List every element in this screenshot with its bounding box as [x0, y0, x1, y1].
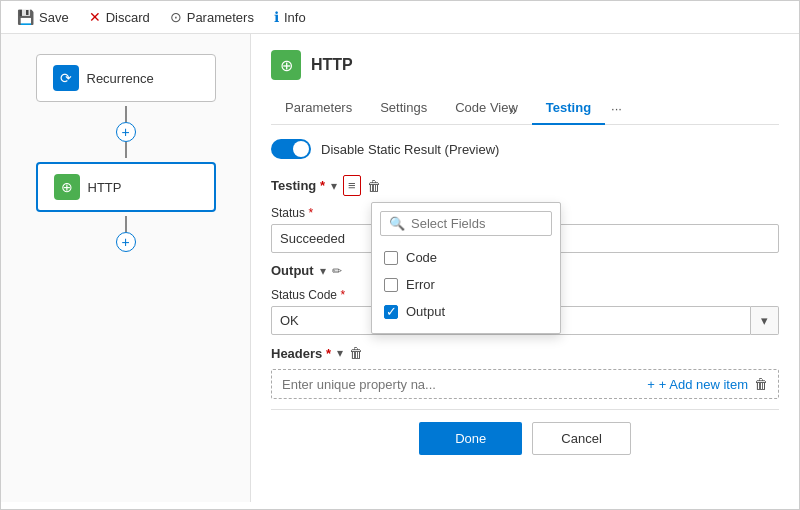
popup-item-output[interactable]: ✓ Output — [372, 298, 560, 325]
connector-line-3 — [125, 216, 127, 232]
toggle-label: Disable Static Result (Preview) — [321, 142, 499, 157]
headers-label: Headers * — [271, 346, 331, 361]
toggle-row: Disable Static Result (Preview) — [271, 139, 779, 159]
output-label: Output — [406, 304, 445, 319]
testing-section-row: Testing * ▾ ≡ 🗑 — [271, 175, 779, 196]
recurrence-icon: ⟳ — [53, 65, 79, 91]
testing-label: Testing * — [271, 178, 325, 193]
headers-delete-button[interactable]: 🗑 — [349, 345, 363, 361]
discard-button[interactable]: ✕ Discard — [89, 9, 150, 25]
recurrence-node[interactable]: ⟳ Recurrence — [36, 54, 216, 102]
parameters-button[interactable]: ⊙ Parameters — [170, 9, 254, 25]
panel-header: ⊕ HTTP — [271, 50, 779, 80]
toolbar: 💾 Save ✕ Discard ⊙ Parameters ℹ Info — [1, 1, 799, 34]
tab-more-button[interactable]: ··· — [605, 93, 628, 124]
headers-input-row: + + Add new item 🗑 — [271, 369, 779, 399]
tab-settings[interactable]: Settings — [366, 92, 441, 125]
output-checkbox[interactable]: ✓ — [384, 305, 398, 319]
main-layout: ⟳ Recurrence + ⊕ HTTP + » ⊕ HTTP Paramet… — [1, 34, 799, 502]
connector-line-2 — [125, 142, 127, 158]
discard-icon: ✕ — [89, 9, 101, 25]
code-checkbox[interactable] — [384, 251, 398, 265]
panel-http-icon: ⊕ — [271, 50, 301, 80]
output-label: Output — [271, 263, 314, 278]
headers-section-row: Headers * ▾ 🗑 — [271, 345, 779, 361]
popup-search-row: 🔍 — [380, 211, 552, 236]
error-label: Error — [406, 277, 435, 292]
expand-arrows-button[interactable]: » — [509, 102, 517, 118]
tab-parameters[interactable]: Parameters — [271, 92, 366, 125]
cancel-button[interactable]: Cancel — [532, 422, 630, 455]
tab-testing[interactable]: Testing — [532, 92, 605, 125]
bottom-buttons: Done Cancel — [271, 409, 779, 467]
panel-title: HTTP — [311, 56, 353, 74]
testing-delete-button[interactable]: 🗑 — [367, 178, 381, 194]
save-icon: 💾 — [17, 9, 34, 25]
add-step-button-2[interactable]: + — [116, 232, 136, 252]
testing-chevron-button[interactable]: ▾ — [331, 179, 337, 193]
http-node[interactable]: ⊕ HTTP — [36, 162, 216, 212]
info-button[interactable]: ℹ Info — [274, 9, 306, 25]
add-step-button-1[interactable]: + — [116, 122, 136, 142]
popup-item-error[interactable]: Error — [372, 271, 560, 298]
headers-chevron-button[interactable]: ▾ — [337, 346, 343, 360]
status-code-dropdown-btn[interactable]: ▾ — [751, 306, 779, 335]
http-icon: ⊕ — [54, 174, 80, 200]
connector-2: + — [116, 216, 136, 252]
headers-delete-icon-button[interactable]: 🗑 — [754, 376, 768, 392]
output-edit-button[interactable]: ✏ — [332, 264, 342, 278]
headers-property-input[interactable] — [282, 377, 641, 392]
plus-icon: + — [647, 377, 655, 392]
popup-search-icon: 🔍 — [389, 216, 405, 231]
left-panel: ⟳ Recurrence + ⊕ HTTP + — [1, 34, 251, 502]
output-chevron-button[interactable]: ▾ — [320, 264, 326, 278]
error-checkbox[interactable] — [384, 278, 398, 292]
save-button[interactable]: 💾 Save — [17, 9, 69, 25]
done-button[interactable]: Done — [419, 422, 522, 455]
tabs-row: Parameters Settings Code View Testing ··… — [271, 92, 779, 125]
popup-item-code[interactable]: Code — [372, 244, 560, 271]
add-item-button[interactable]: + + Add new item — [647, 377, 748, 392]
disable-static-result-toggle[interactable] — [271, 139, 311, 159]
connector-1: + — [116, 106, 136, 158]
code-label: Code — [406, 250, 437, 265]
popup-search-input[interactable] — [411, 216, 543, 231]
connector-line — [125, 106, 127, 122]
field-select-popup: 🔍 Code Error ✓ Output — [371, 202, 561, 334]
info-icon: ℹ — [274, 9, 279, 25]
tab-code-view[interactable]: Code View — [441, 92, 532, 125]
right-panel: » ⊕ HTTP Parameters Settings Code View T… — [251, 34, 799, 502]
select-fields-button[interactable]: ≡ — [343, 175, 361, 196]
parameters-icon: ⊙ — [170, 9, 182, 25]
